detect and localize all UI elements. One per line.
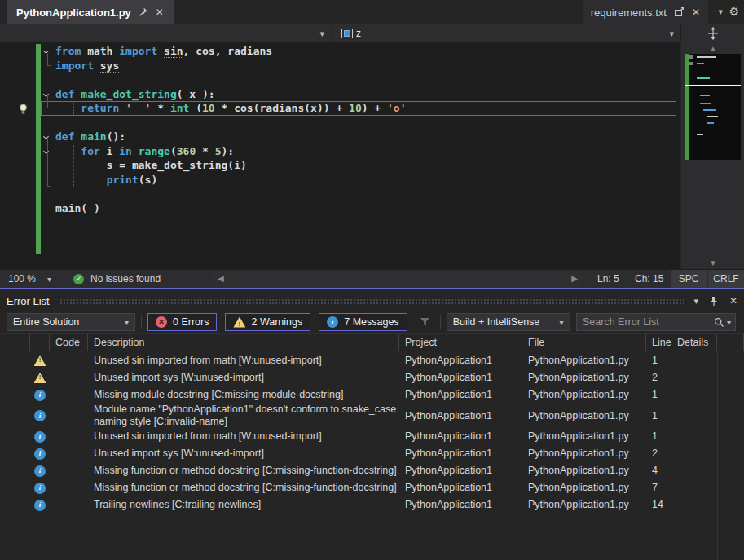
code-token: for <box>81 145 99 157</box>
close-icon[interactable]: ✕ <box>729 296 737 306</box>
check-circle-icon: ✓ <box>73 274 84 284</box>
code-token: * cos(radians(x)) + <box>215 102 349 114</box>
warning-icon: ! <box>233 317 245 328</box>
file-cell: PythonApplication1.py <box>522 386 646 403</box>
description-cell: Trailing newlines [C:trailing-newlines] <box>88 496 399 514</box>
minimap-mark <box>700 95 710 96</box>
column-header-details[interactable]: Details <box>671 334 717 351</box>
zoom-select[interactable]: 100 % ▾ <box>8 270 51 288</box>
search-input[interactable] <box>577 316 714 328</box>
column-separator <box>717 352 718 560</box>
details-cell <box>671 428 717 445</box>
error-row[interactable]: iModule name "PythonApplication1" doesn'… <box>0 403 744 428</box>
column-header-line[interactable]: Line <box>646 334 671 351</box>
code-line[interactable]: print(s) <box>0 173 680 187</box>
scrollbar-column[interactable]: ▲ ▼ <box>680 42 744 269</box>
column-header-description[interactable]: Description <box>88 334 399 351</box>
pin-icon[interactable] <box>139 7 148 17</box>
keep-open-icon[interactable] <box>674 7 685 17</box>
tab-pythonapplication1[interactable]: PythonApplication1.py ✕ <box>7 0 174 24</box>
indent-guide <box>73 145 74 187</box>
code-editor[interactable]: from math import sin, cos, radiansimport… <box>0 42 744 269</box>
scope-filter-value: Entire Solution <box>13 316 79 328</box>
errors-toggle-button[interactable]: ✕ 0 Errors <box>147 313 217 331</box>
indentation-mode[interactable]: SPC <box>671 270 707 288</box>
severity-cell: i <box>30 403 50 428</box>
outline-guide <box>47 96 51 108</box>
search-icon[interactable] <box>714 317 724 328</box>
issues-indicator[interactable]: ✓ No issues found <box>73 270 161 288</box>
close-icon[interactable]: ✕ <box>156 7 164 17</box>
issues-message: No issues found <box>90 273 161 284</box>
close-icon[interactable]: ✕ <box>692 7 700 17</box>
blank-cell <box>717 386 744 403</box>
scope-filter-dropdown[interactable]: Entire Solution ▾ <box>7 313 135 331</box>
filter-icon[interactable] <box>419 316 431 328</box>
error-row[interactable]: iUnused import sys [W:unused-import]Pyth… <box>0 445 744 462</box>
code-line[interactable]: from math import sin, cos, radians <box>0 44 680 59</box>
member-dropdown[interactable]: z ▾ <box>332 24 680 42</box>
error-row[interactable]: iUnused sin imported from math [W:unused… <box>0 428 744 445</box>
drag-grip[interactable] <box>59 298 685 306</box>
code-line[interactable]: s = make_dot_string(i) <box>0 158 680 173</box>
code-line[interactable] <box>0 187 680 201</box>
column-header-blank[interactable] <box>30 334 50 351</box>
severity-cell: i <box>30 445 50 462</box>
details-cell <box>671 386 717 403</box>
horizontal-scrollbar[interactable]: ◀ ▶ <box>214 271 581 287</box>
split-handle[interactable] <box>680 24 744 42</box>
error-row[interactable]: iMissing function or method docstring [C… <box>0 462 744 479</box>
error-row[interactable]: iMissing module docstring [C:missing-mod… <box>0 386 744 403</box>
minimap[interactable] <box>685 54 741 160</box>
outline-guide <box>47 139 51 187</box>
toolbar-separator <box>440 315 441 329</box>
code-line[interactable] <box>0 73 680 87</box>
line-ending-mode[interactable]: CRLF <box>708 270 744 288</box>
scroll-down-icon[interactable]: ▼ <box>681 258 744 267</box>
error-row[interactable]: iMissing function or method docstring [C… <box>0 479 744 496</box>
scroll-left-icon[interactable]: ◀ <box>218 274 224 283</box>
description-cell: Missing module docstring [C:missing-modu… <box>88 386 399 403</box>
code-line[interactable]: import sys <box>0 59 680 73</box>
type-dropdown[interactable]: ▾ <box>0 24 332 42</box>
code-token <box>55 102 81 114</box>
code-token: main <box>81 130 106 143</box>
code-cell <box>50 352 88 369</box>
column-header-file[interactable]: File <box>522 334 646 351</box>
column-header-blank[interactable] <box>717 334 744 351</box>
column-header-blank[interactable] <box>0 334 30 351</box>
code-line[interactable]: for i in range(360 * 5): <box>0 144 680 159</box>
panel-title-bar[interactable]: Error List ▾ ✕ <box>0 291 744 311</box>
warnings-toggle-button[interactable]: ! 2 Warnings <box>225 313 310 331</box>
info-icon: i <box>34 410 46 421</box>
messages-toggle-button[interactable]: i 7 Messages <box>319 313 407 331</box>
outline-guide <box>47 54 51 66</box>
code-line[interactable]: def make_dot_string( x ): <box>0 87 680 102</box>
error-row[interactable]: !Unused sin imported from math [W:unused… <box>0 352 744 369</box>
pin-icon[interactable] <box>709 296 719 306</box>
column-header-code[interactable]: Code <box>50 334 88 351</box>
code-line[interactable]: main( ) <box>0 201 680 216</box>
cursor-column: Ch: 15 <box>635 273 663 284</box>
tab-list-chevron-icon[interactable]: ▾ <box>718 7 723 17</box>
file-cell: PythonApplication1.py <box>522 403 646 428</box>
scroll-up-icon[interactable]: ▲ <box>681 44 744 53</box>
code-token: in <box>119 145 132 157</box>
code-line[interactable]: def main(): <box>0 130 680 144</box>
tab-requirements[interactable]: requirements.txt ✕ <box>583 0 708 24</box>
info-icon: i <box>34 500 46 511</box>
minimap-mark <box>697 56 716 58</box>
code-token <box>55 145 81 157</box>
code-line[interactable]: return ' ' * int (10 * cos(radians(x)) +… <box>0 101 680 116</box>
scroll-right-icon[interactable]: ▶ <box>571 274 578 283</box>
code-line[interactable] <box>0 116 680 130</box>
column-header-project[interactable]: Project <box>399 334 522 351</box>
search-chevron-icon[interactable]: ▾ <box>727 318 731 327</box>
error-row[interactable]: !Unused import sys [W:unused-import]Pyth… <box>0 369 744 386</box>
window-position-chevron-icon[interactable]: ▾ <box>693 296 698 306</box>
error-row[interactable]: iTrailing newlines [C:trailing-newlines]… <box>0 496 744 514</box>
indent-guide <box>99 159 99 187</box>
source-filter-dropdown[interactable]: Build + IntelliSense ▾ <box>447 313 570 331</box>
severity-cell: ! <box>30 369 50 386</box>
gear-icon[interactable]: ⚙ <box>729 5 739 18</box>
